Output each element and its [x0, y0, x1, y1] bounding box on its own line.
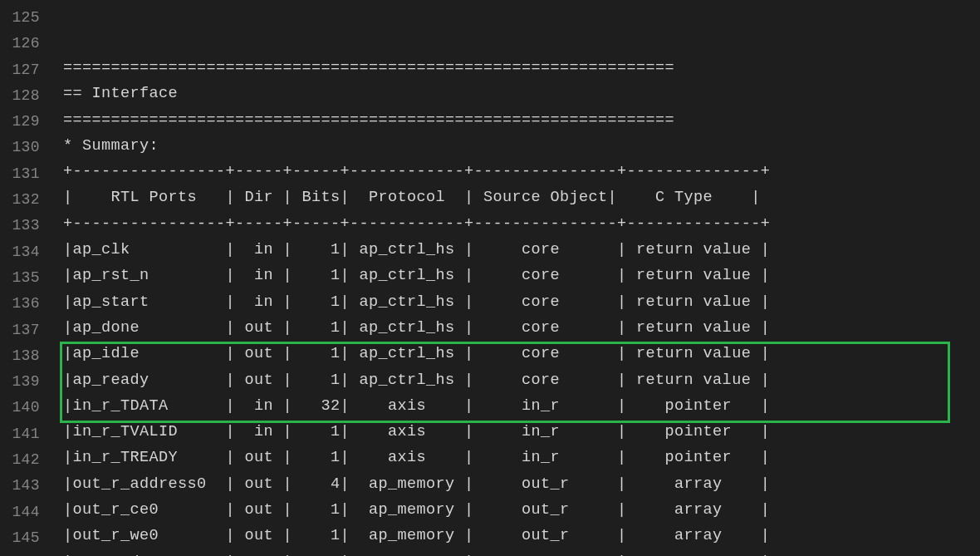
line-number: 129 [8, 109, 40, 135]
line-number: 132 [8, 187, 40, 213]
code-line: |ap_start | in | 1| ap_ctrl_hs | core | … [63, 289, 980, 315]
line-number: 135 [8, 265, 40, 291]
code-line: |ap_clk | in | 1| ap_ctrl_hs | core | re… [63, 237, 980, 263]
line-number: 140 [8, 395, 40, 421]
code-line: +----------------+-----+-----+----------… [63, 159, 980, 185]
code-line: |out_r_we0 | out | 1| ap_memory | out_r … [63, 523, 980, 549]
code-line: | RTL Ports | Dir | Bits| Protocol | Sou… [63, 185, 980, 210]
code-line: |in_r_TREADY | out | 1| axis | in_r | po… [63, 445, 980, 470]
line-number: 134 [8, 239, 40, 265]
code-editor[interactable]: 1251261271281291301311321331341351361371… [0, 0, 980, 556]
line-number: 130 [8, 135, 40, 160]
line-number: 139 [8, 369, 40, 395]
line-number: 137 [8, 317, 40, 343]
code-line: * Summary: [63, 133, 980, 159]
code-line: |out_r_ce0 | out | 1| ap_memory | out_r … [63, 497, 980, 523]
code-line: |in_r_TDATA | in | 32| axis | in_r | poi… [63, 393, 980, 419]
code-line: |in_r_TVALID | in | 1| axis | in_r | poi… [63, 419, 980, 445]
line-number: 145 [8, 525, 40, 551]
code-line: ========================================… [63, 107, 980, 133]
code-line: |ap_rst_n | in | 1| ap_ctrl_hs | core | … [63, 263, 980, 288]
line-number: 131 [8, 161, 40, 187]
code-line: +----------------+-----+-----+----------… [63, 211, 980, 237]
line-number: 143 [8, 473, 40, 499]
code-line: |out_r_address0 | out | 4| ap_memory | o… [63, 471, 980, 497]
line-number: 142 [8, 447, 40, 473]
code-line: == Interface [63, 81, 980, 106]
line-number: 133 [8, 213, 40, 239]
code-line: |ap_done | out | 1| ap_ctrl_hs | core | … [63, 315, 980, 341]
code-line: |ap_ready | out | 1| ap_ctrl_hs | core |… [63, 367, 980, 393]
line-number: 144 [8, 499, 40, 525]
line-number: 136 [8, 291, 40, 317]
code-content[interactable]: ========================================… [55, 0, 980, 556]
line-number: 125 [8, 5, 40, 31]
line-number: 141 [8, 421, 40, 447]
line-number-gutter: 1251261271281291301311321331341351361371… [0, 0, 55, 556]
code-line: |out_r_d0 | out | 32| ap_memory | out_r … [63, 549, 980, 556]
line-number: 128 [8, 83, 40, 109]
line-number: 127 [8, 57, 40, 83]
code-line: |ap_idle | out | 1| ap_ctrl_hs | core | … [63, 341, 980, 367]
line-number: 126 [8, 31, 40, 57]
line-number: 138 [8, 343, 40, 369]
code-line: ========================================… [63, 55, 980, 81]
